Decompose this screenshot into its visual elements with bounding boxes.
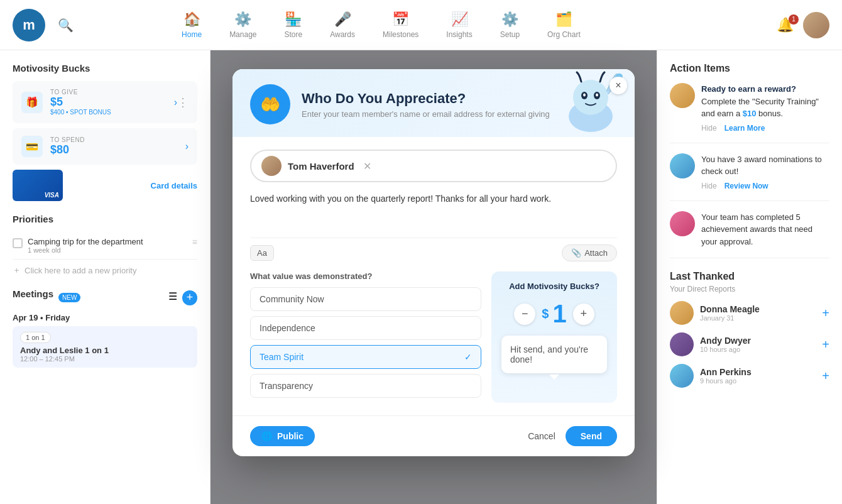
spend-chevron-icon: › xyxy=(185,141,189,152)
modal-footer: 🌐 Public Cancel Send xyxy=(232,415,635,456)
more-options-icon[interactable]: ⋮ xyxy=(177,96,189,109)
action-text-2: You have 3 award nominations to check ou… xyxy=(701,153,829,178)
cancel-button[interactable]: Cancel xyxy=(528,431,555,441)
modal-close-button[interactable]: × xyxy=(610,77,627,94)
priorities-section: Priorities Camping trip for the departme… xyxy=(13,214,197,276)
action-hide-2[interactable]: Hide xyxy=(701,182,717,190)
meetings-add-icon[interactable]: + xyxy=(182,290,197,305)
nav-item-milestones[interactable]: 📅 Milestones xyxy=(369,11,432,39)
bucks-add-box: Add Motivosity Bucks? − $ 1 + Hit send, … xyxy=(491,271,617,403)
modal-avatar-icon: 🤲 xyxy=(250,84,290,124)
thank-item-3: Ann Perkins 9 hours ago + xyxy=(670,364,829,388)
meetings-list-icon[interactable]: ☰ xyxy=(168,290,177,305)
format-button[interactable]: Aa xyxy=(250,245,274,261)
bucks-counter: − $ 1 + xyxy=(501,300,607,328)
to-give-label: TO GIVE xyxy=(50,89,174,96)
notification-button[interactable]: 🔔 1 xyxy=(777,17,794,33)
bucks-plus-button[interactable]: + xyxy=(573,304,594,325)
nav-item-setup[interactable]: ⚙️ Setup xyxy=(486,11,533,39)
svg-point-1 xyxy=(573,80,608,115)
manage-icon: ⚙️ xyxy=(234,11,251,28)
last-thanked-sub: Your Direct Reports xyxy=(670,285,829,293)
recipient-name: Tom Haverford xyxy=(288,161,354,172)
public-button[interactable]: 🌐 Public xyxy=(250,426,315,446)
add-priority-button[interactable]: ＋ Click here to add a new priority xyxy=(13,265,197,276)
message-text[interactable]: Loved working with you on the quarterly … xyxy=(250,192,617,230)
thank-avatar-2 xyxy=(670,332,694,356)
meeting-tag: 1 on 1 xyxy=(20,332,51,343)
app-logo[interactable]: m xyxy=(13,9,45,41)
nav-label-manage: Manage xyxy=(229,30,256,39)
action-cta-2[interactable]: Review Now xyxy=(724,182,768,190)
thank-name-3: Ann Perkins xyxy=(700,367,816,377)
priority-info: Camping trip for the department 1 week o… xyxy=(28,237,143,254)
modal-header: 🤲 Who Do You Appreciate? Enter your team… xyxy=(232,69,635,137)
to-spend-card[interactable]: 💳 TO SPEND $80 › xyxy=(13,128,197,165)
search-icon[interactable]: 🔍 xyxy=(58,18,74,33)
thank-add-button-3[interactable]: + xyxy=(822,369,829,383)
card-details-button[interactable]: Card details xyxy=(151,181,197,190)
meetings-header: Meetings NEW ☰ + xyxy=(13,288,197,307)
value-independence[interactable]: Independence xyxy=(250,316,481,340)
nav-label-awards: Awards xyxy=(330,30,355,39)
value-team-spirit[interactable]: Team Spirit xyxy=(250,345,481,369)
tooltip-box: Hit send, and you're done! xyxy=(501,336,607,373)
action-hide-1[interactable]: Hide xyxy=(701,124,717,133)
bucks-minus-button[interactable]: − xyxy=(514,304,535,325)
add-priority-label: Click here to add a new priority xyxy=(25,266,136,275)
bucks-title: Motivosity Bucks xyxy=(13,63,197,74)
nav-items: 🏠 Home ⚙️ Manage 🏪 Store 🎤 Awards 📅 Mile… xyxy=(168,11,594,39)
last-thanked-title: Last Thanked xyxy=(670,271,829,282)
nav-item-manage[interactable]: ⚙️ Manage xyxy=(216,11,270,39)
thank-avatar-3 xyxy=(670,364,694,388)
meeting-item[interactable]: 1 on 1 Andy and Leslie 1 on 1 12:00 – 12… xyxy=(13,326,197,368)
thank-avatar-1 xyxy=(670,301,694,325)
meeting-time: 12:00 – 12:45 PM xyxy=(20,355,190,363)
value-transparency[interactable]: Transparency xyxy=(250,374,481,398)
action-item-2: You have 3 award nominations to check ou… xyxy=(670,153,829,201)
action-avatar-1 xyxy=(670,83,695,108)
nav-item-insights[interactable]: 📈 Insights xyxy=(432,11,486,39)
to-spend-label: TO SPEND xyxy=(50,136,185,143)
main-layout: Motivosity Bucks 🎁 TO GIVE $5 $400 • SPO… xyxy=(0,50,842,504)
nav-item-store[interactable]: 🏪 Store xyxy=(271,11,317,39)
thank-name-2: Andy Dwyer xyxy=(700,336,816,346)
user-avatar[interactable] xyxy=(803,12,829,38)
setup-icon: ⚙️ xyxy=(501,11,518,28)
plus-icon: ＋ xyxy=(13,265,21,276)
new-badge: NEW xyxy=(58,293,80,302)
attach-button[interactable]: 📎 Attach xyxy=(562,244,617,261)
home-icon: 🏠 xyxy=(183,11,200,28)
action-avatar-2 xyxy=(670,153,695,178)
action-text-3: Your team has completed 5 achievement aw… xyxy=(701,211,829,248)
to-give-card[interactable]: 🎁 TO GIVE $5 $400 • SPOT BONUS › ⋮ xyxy=(13,81,197,123)
nav-label-setup: Setup xyxy=(500,30,520,39)
nav-item-awards[interactable]: 🎤 Awards xyxy=(316,11,369,39)
priority-text: Camping trip for the department xyxy=(28,237,143,246)
thank-date-1: January 31 xyxy=(700,314,816,322)
meetings-title: Meetings xyxy=(13,288,53,299)
action-item-3-content: Your team has completed 5 achievement aw… xyxy=(701,211,829,248)
card-details-row: Card details xyxy=(13,170,197,201)
store-icon: 🏪 xyxy=(285,11,302,28)
recipient-row[interactable]: Tom Haverford ✕ xyxy=(250,150,617,182)
orgchart-icon: 🗂️ xyxy=(555,11,572,28)
priority-checkbox[interactable] xyxy=(13,238,23,248)
thank-item-2: Andy Dwyer 10 hours ago + xyxy=(670,332,829,356)
gift-icon: 🎁 xyxy=(21,92,43,113)
priorities-title: Priorities xyxy=(13,214,197,224)
bucks-amount: 1 xyxy=(552,300,566,328)
thank-add-button-2[interactable]: + xyxy=(822,337,829,352)
value-community-now[interactable]: Community Now xyxy=(250,287,481,311)
send-button[interactable]: Send xyxy=(566,426,617,446)
tooltip-text: Hit send, and you're done! xyxy=(510,344,588,364)
action-cta-1[interactable]: Learn More xyxy=(724,124,765,133)
meetings-section: Meetings NEW ☰ + Apr 19 • Friday 1 on 1 … xyxy=(13,288,197,368)
left-panel: Motivosity Bucks 🎁 TO GIVE $5 $400 • SPO… xyxy=(0,50,210,504)
center-area: × 🤲 Who Do You Appreciate? Enter your te… xyxy=(210,50,657,504)
appreciation-modal: × 🤲 Who Do You Appreciate? Enter your te… xyxy=(232,69,635,456)
recipient-remove-button[interactable]: ✕ xyxy=(363,160,371,172)
nav-item-home[interactable]: 🏠 Home xyxy=(168,11,216,39)
nav-item-orgchart[interactable]: 🗂️ Org Chart xyxy=(533,11,594,39)
thank-add-button-1[interactable]: + xyxy=(822,306,829,320)
